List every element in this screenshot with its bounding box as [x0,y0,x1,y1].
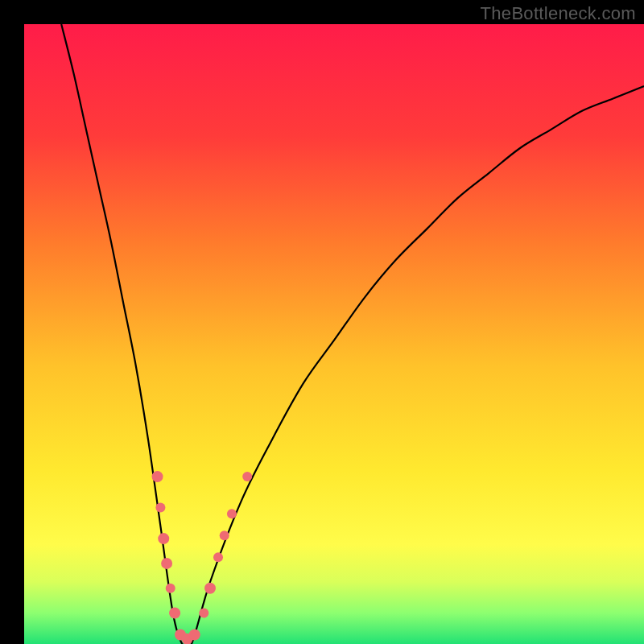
marker-dot [242,472,252,481]
plot-svg [24,24,644,644]
marker-dot [227,509,237,518]
marker-dot [155,503,165,513]
marker-dot [158,533,169,544]
marker-dot [161,558,172,569]
marker-dot [213,552,223,562]
marker-dot [169,608,180,619]
marker-dot [204,583,216,594]
marker-dot [220,530,229,540]
watermark-text: TheBottleneck.com [481,3,636,24]
marker-dot [166,584,175,593]
gradient-background [24,24,644,644]
marker-dot [189,629,200,640]
marker-dot [199,609,208,618]
marker-dot [152,471,163,482]
chart-frame: TheBottleneck.com [0,0,644,644]
